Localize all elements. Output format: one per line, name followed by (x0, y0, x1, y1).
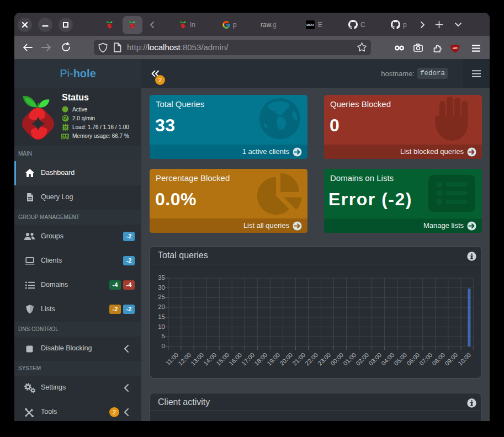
svg-text:uO: uO (453, 46, 458, 50)
